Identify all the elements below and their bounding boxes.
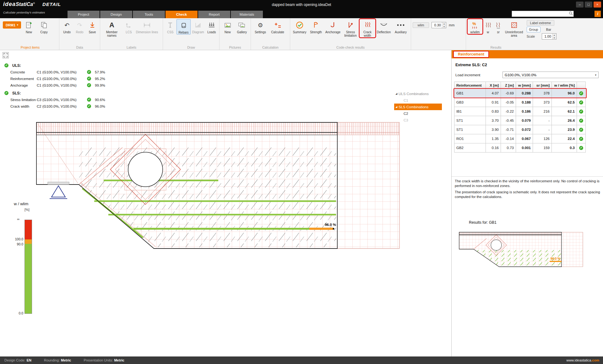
lcs-axes-icon	[126, 20, 132, 30]
check-circle-icon: ✔	[579, 128, 583, 132]
sr-button[interactable]: sr	[493, 19, 503, 34]
wlim-input[interactable]: 0.30 ▴▾	[432, 22, 446, 28]
loads-icon	[208, 20, 215, 30]
crack-width-icon	[364, 20, 371, 30]
table-row-gb2[interactable]: GB20.160.730.0011590.3✔	[454, 143, 586, 153]
panel-notes: The crack width is checked in the vicini…	[452, 179, 603, 201]
tab-tools[interactable]: Tools	[133, 11, 165, 18]
info-button[interactable]: i	[595, 11, 601, 17]
css-button[interactable]: CSS	[165, 19, 176, 34]
col-header-z[interactable]: Z [m]	[501, 82, 516, 89]
group-toggle[interactable]: Group	[527, 27, 541, 32]
member-names-button[interactable]: A Member names	[102, 19, 122, 37]
anchorage-button[interactable]: Anchorage	[324, 19, 341, 34]
check-circle-icon: ✔	[579, 137, 583, 141]
drm1-dropdown-button[interactable]: DRM1▾	[3, 21, 21, 29]
expand-viewport-button[interactable]	[3, 52, 9, 58]
auxiliary-button[interactable]: Auxiliary	[392, 19, 409, 34]
summary-button[interactable]: Summary	[292, 19, 307, 34]
beam-drawing[interactable]: 96.0 %	[28, 104, 408, 260]
diagram-button[interactable]: Diagram	[191, 19, 205, 34]
main-canvas[interactable]: ✔ULS: ConcreteC1 (G100.0%, V100.0%)✔57.9…	[0, 50, 451, 356]
search-icon[interactable]	[568, 11, 573, 17]
strength-button[interactable]: Strength	[308, 19, 324, 34]
load-increment-dropdown[interactable]: G100.0%, V100.0% ▾	[503, 72, 599, 78]
group-label-results: Results	[466, 46, 526, 49]
unreinforced-area-button[interactable]: Unreinforced area	[504, 19, 524, 37]
col-header-w[interactable]: w [mm]	[516, 82, 533, 89]
table-row-st1-b[interactable]: ST13.90-0.710.072-23.9✔	[454, 125, 586, 134]
tree-item-c1[interactable]: C1	[394, 97, 442, 104]
rebars-icon	[181, 20, 187, 31]
crack-width-button[interactable]: Crack width	[360, 19, 375, 37]
table-row-st1-a[interactable]: ST13.70-0.450.079-26.4✔	[454, 116, 586, 125]
spinner-down-icon[interactable]: ▾	[442, 25, 446, 28]
maximize-button[interactable]: □	[585, 2, 592, 8]
legend-tick-0: 0.0	[11, 311, 23, 315]
spinner-down-icon[interactable]: ▾	[552, 36, 556, 39]
tab-report[interactable]: Report	[198, 11, 230, 18]
settings-button[interactable]: ⚙ Settings	[253, 19, 268, 34]
label-extreme-cluster: Label extreme Group Bar Scale 1.00 ▴▾	[527, 19, 563, 40]
tree-item-uls-combinations[interactable]: ◢ULS Combinations	[394, 90, 442, 97]
results-panel-header: Reinforcement	[452, 50, 603, 58]
load-increment-label: Load increment	[455, 73, 503, 77]
calculate-button[interactable]: Calculate	[269, 19, 286, 34]
table-row-gb3[interactable]: GB30.91-0.050.18837362.5✔	[454, 98, 586, 107]
expander-icon[interactable]: ◢	[394, 92, 399, 95]
rebars-button[interactable]: Rebars	[177, 19, 190, 35]
gallery-button[interactable]: Gallery	[235, 19, 249, 34]
new-picture-button[interactable]: New	[221, 19, 234, 34]
reinforcement-table-wrap: Reinforcement X [m] Z [m] w [mm] sr [mm]…	[454, 82, 586, 153]
search-input[interactable]	[512, 11, 568, 16]
col-header-sr[interactable]: sr [mm]	[533, 82, 552, 89]
stress-limitation-icon	[347, 20, 354, 30]
reinforcement-tab[interactable]: Reinforcement	[453, 51, 489, 58]
sls-title: SLS:	[12, 91, 21, 95]
table-row-gb1[interactable]: GB14.07-0.690.28837896.0✔	[454, 89, 586, 98]
minimize-button[interactable]: –	[576, 2, 584, 8]
auxiliary-dots-icon	[397, 20, 405, 30]
calculate-icon	[274, 20, 281, 30]
table-row-ib1[interactable]: IB10.83-0.220.18621662.1✔	[454, 107, 586, 116]
svg-text:%: %	[472, 21, 476, 26]
w-button[interactable]: w	[483, 19, 493, 34]
save-button[interactable]: Save	[86, 19, 98, 34]
deflection-button[interactable]: Deflection	[376, 19, 392, 34]
col-header-x[interactable]: X [m]	[486, 82, 501, 89]
undo-button[interactable]: ↶ Undo	[61, 19, 73, 34]
dimension-lines-button[interactable]: Dimension lines	[136, 19, 158, 34]
tab-project[interactable]: Project	[68, 11, 100, 18]
tab-materials[interactable]: Materials	[231, 11, 263, 18]
check-circle-icon: ✔	[579, 119, 583, 123]
spinner-up-icon[interactable]: ▴	[442, 22, 446, 25]
results-preview-drawing: 96.0 %	[457, 227, 592, 277]
redo-button[interactable]: ↷ Redo	[73, 19, 85, 34]
col-header-reinforcement[interactable]: Reinforcement	[454, 82, 486, 89]
col-header-ratio[interactable]: w / wlim [%]	[552, 82, 577, 89]
w-wlim-button[interactable]: % w/wlim	[468, 19, 482, 34]
copy-project-item-button[interactable]: Copy	[37, 19, 51, 34]
ribbon-group-data: ↶ Undo ↷ Redo Save Data	[59, 18, 100, 50]
wlim-chip[interactable]: wlim	[413, 22, 429, 28]
scale-input[interactable]: 1.00 ▴▾	[542, 33, 557, 40]
strength-icon	[312, 20, 319, 30]
spinner-up-icon[interactable]: ▴	[552, 34, 556, 36]
ribbon-group-results: % w/wlim w sr	[466, 18, 565, 50]
expand-arrows-icon	[3, 53, 8, 57]
loads-button[interactable]: Loads	[206, 19, 218, 34]
table-row-ro1[interactable]: RO11.35-0.140.06712622.4✔	[454, 134, 586, 143]
lcs-button[interactable]: LCS	[122, 19, 135, 34]
bar-toggle[interactable]: Bar	[542, 27, 556, 32]
titlebar: ideaStatiCa®DETAIL dapped beam with open…	[0, 0, 603, 9]
stress-limitation-button[interactable]: Stress limitation	[342, 19, 359, 37]
note-crack-width: The crack width is checked in the vicini…	[455, 179, 600, 188]
sr-spacing-icon	[495, 20, 502, 30]
tab-check[interactable]: Check	[166, 11, 198, 18]
document-title: dapped beam with opening.ideaDet	[0, 3, 603, 7]
close-button[interactable]: ×	[594, 2, 601, 8]
legend-tick-infinity: ∞	[8, 217, 19, 221]
website-link[interactable]: www.ideastatica.com	[566, 358, 599, 362]
new-project-item-button[interactable]: New	[22, 19, 36, 34]
tab-design[interactable]: Design	[100, 11, 132, 18]
